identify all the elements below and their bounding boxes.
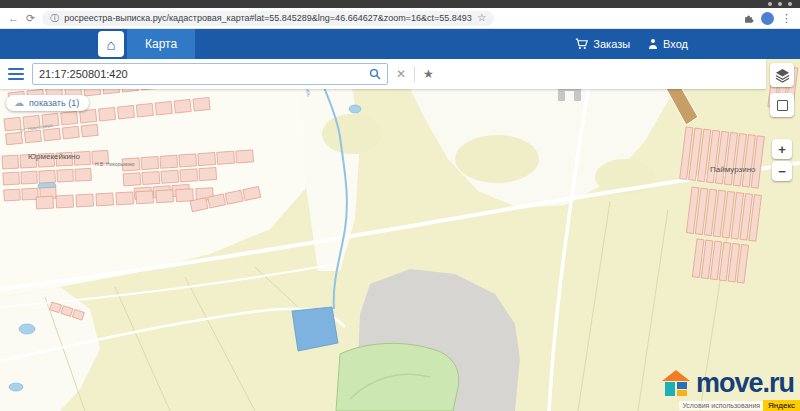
search-bar: ✕ ★ [0,59,766,89]
forest-region [336,343,459,411]
reload-icon[interactable]: ⟳ [26,13,35,24]
zoom-in-button[interactable]: + [772,139,792,159]
login-label: Вход [663,38,688,50]
login-link[interactable]: Вход [648,38,688,50]
pond-large [292,307,338,351]
house-logo-icon [661,369,691,399]
show-results-button[interactable]: ☁ показать (1) [6,95,89,111]
search-icon[interactable] [369,68,381,80]
url-text[interactable]: росреестра-выписка.рус/кадастровая_карта… [64,13,472,23]
extent-button[interactable] [770,93,794,117]
brand-name: move.ru [696,368,794,399]
yandex-attribution[interactable]: Яндекс [763,400,800,411]
results-icon: ☁ [14,98,24,108]
orders-label: Заказы [593,38,630,50]
layers-button[interactable] [770,63,794,87]
search-box [32,63,388,85]
label-village-right: Паймурзино [710,165,756,174]
map-area: Юрмекейкино Н.В. Никорыкино Паймурзино у… [0,59,800,411]
extent-icon [777,100,788,111]
browser-urlbar: ← ⟳ ⓘ росреестра-выписка.рус/кадастровая… [0,8,800,29]
bookmark-star-icon[interactable]: ☆ [477,13,486,23]
site-info-icon[interactable]: ⓘ [50,14,59,23]
back-icon[interactable]: ← [8,13,19,24]
orders-link[interactable]: Заказы [575,38,630,50]
clear-search-icon[interactable]: ✕ [396,68,406,80]
browser-window: ← ⟳ ⓘ росреестра-выписка.рус/кадастровая… [0,0,800,411]
tab-map[interactable]: Карта [127,29,195,59]
profile-avatar[interactable] [761,12,774,25]
terms-link[interactable]: Условия использования [679,401,763,410]
browser-menu-icon[interactable]: ⋮ [781,13,792,24]
map-canvas[interactable]: Юрмекейкино Н.В. Никорыкино Паймурзино у… [0,59,800,411]
favorite-icon[interactable]: ★ [423,68,434,80]
tab-map-label: Карта [145,37,177,51]
layers-icon [775,68,790,83]
home-icon: ⌂ [106,37,115,52]
show-results-label: показать (1) [29,98,79,108]
divider [414,66,415,82]
label-village-left-note: Н.В. Никорыкино [95,161,135,167]
zoom-out-button[interactable]: − [772,161,792,181]
map-attribution: Условия использования Яндекс [679,400,800,411]
brand-logo[interactable]: move.ru [661,368,794,399]
window-controls[interactable] [768,2,792,6]
site-header: ⌂ Карта Заказы Вход [0,29,800,59]
home-button[interactable]: ⌂ [98,31,124,57]
person-icon [648,39,658,49]
extensions-icon[interactable] [743,13,754,24]
menu-icon[interactable] [8,68,24,80]
label-village-left: Юрмекейкино [28,152,80,161]
address-bar[interactable]: ⓘ росреестра-выписка.рус/кадастровая_кар… [42,11,494,26]
browser-titlebar [0,0,800,8]
search-input[interactable] [39,68,363,80]
cart-icon [575,38,588,50]
